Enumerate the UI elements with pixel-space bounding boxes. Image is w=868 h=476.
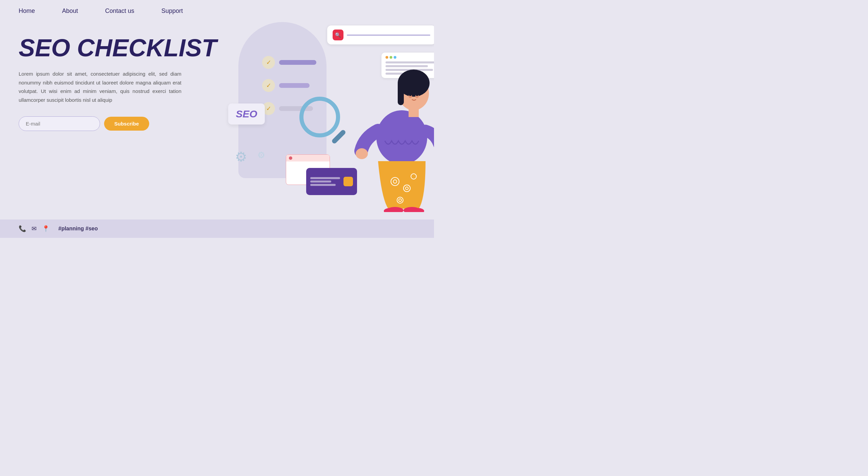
subscribe-button[interactable]: Subscribe xyxy=(104,117,149,131)
hero-illustration: 🔍 ✓ ✓ xyxy=(225,25,415,212)
checkmark-1: ✓ xyxy=(262,56,275,69)
svg-rect-8 xyxy=(409,109,419,117)
footer-tags: #planning #seo xyxy=(58,226,98,232)
email-icon: ✉ xyxy=(32,225,37,232)
hero-section: SEO CHECKLIST Lorem ipsum dolor sit amet… xyxy=(0,22,434,212)
svg-rect-3 xyxy=(398,81,404,105)
search-icon: 🔍 xyxy=(333,30,343,40)
purple-card-line xyxy=(310,180,331,183)
phone-icon: 📞 xyxy=(19,225,26,232)
email-row: Subscribe xyxy=(19,116,225,131)
page-title: SEO CHECKLIST xyxy=(19,36,225,60)
search-line xyxy=(347,35,430,36)
hero-description: Lorem ipsum dolor sit amet, consectetuer… xyxy=(19,70,181,104)
nav-contact[interactable]: Contact us xyxy=(105,7,134,15)
gear-icon-large: ⚙ xyxy=(235,149,247,164)
nav-home[interactable]: Home xyxy=(19,7,35,15)
error-close-icon xyxy=(289,156,292,160)
gear-icon-small: ⚙ xyxy=(257,150,265,160)
checklist-item-1: ✓ xyxy=(262,56,316,69)
magnifier-handle xyxy=(331,129,347,144)
seo-label: SEO xyxy=(228,103,264,125)
email-input[interactable] xyxy=(19,116,100,131)
svg-point-7 xyxy=(416,93,418,96)
purple-card-lines xyxy=(310,177,340,186)
svg-point-6 xyxy=(409,93,412,96)
search-bar-illustration: 🔍 xyxy=(327,25,434,44)
purple-card-line xyxy=(310,184,336,186)
footer: 📞 ✉ 📍 #planning #seo xyxy=(0,220,434,238)
error-title-bar xyxy=(286,155,330,161)
purple-card-line xyxy=(310,177,340,179)
checkmark-2: ✓ xyxy=(262,79,275,92)
navigation: Home About Contact us Support xyxy=(0,0,434,22)
nav-about[interactable]: About xyxy=(62,7,78,15)
purple-card-illustration xyxy=(306,168,357,195)
svg-point-0 xyxy=(376,110,427,165)
purple-card-icon xyxy=(343,177,353,186)
magnifier-ring xyxy=(299,97,340,137)
gear-group: ⚙ ⚙ xyxy=(235,149,256,165)
magnifier-illustration xyxy=(299,97,340,137)
checklist-item-2: ✓ xyxy=(262,79,316,92)
check-bar-2 xyxy=(279,83,310,88)
check-bar-1 xyxy=(279,60,316,65)
character-illustration xyxy=(354,49,434,212)
hero-left: SEO CHECKLIST Lorem ipsum dolor sit amet… xyxy=(19,25,225,212)
location-icon: 📍 xyxy=(42,225,50,232)
svg-point-9 xyxy=(356,148,368,159)
nav-support[interactable]: Support xyxy=(161,7,183,15)
